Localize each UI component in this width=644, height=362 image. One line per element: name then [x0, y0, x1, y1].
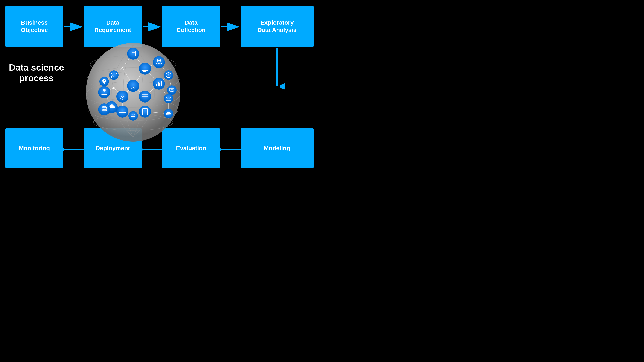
globe-visualization: $: [66, 26, 200, 146]
svg-point-112: [122, 97, 123, 98]
svg-point-94: [139, 90, 151, 103]
arrow-modeling-to-evaluation: [219, 142, 242, 157]
arrow-exploratory-to-modeling: [270, 47, 284, 90]
svg-point-67: [127, 48, 139, 60]
svg-point-120: [109, 70, 118, 80]
svg-text:$: $: [168, 74, 169, 76]
business-objective-label: Business Objective: [21, 19, 48, 33]
svg-point-118: [103, 89, 106, 92]
svg-point-115: [124, 98, 124, 98]
svg-point-113: [121, 96, 122, 97]
svg-rect-109: [131, 116, 135, 117]
svg-point-77: [153, 56, 165, 68]
svg-rect-92: [159, 83, 160, 86]
business-objective-box: Business Objective: [5, 6, 63, 47]
svg-point-105: [116, 106, 128, 118]
svg-point-102: [139, 106, 151, 118]
svg-point-116: [122, 99, 123, 100]
main-label: Data science process: [4, 62, 69, 84]
svg-point-79: [159, 59, 161, 62]
svg-point-117: [98, 86, 110, 98]
svg-rect-93: [161, 81, 162, 86]
svg-point-128: [104, 80, 105, 81]
svg-point-99: [127, 80, 139, 92]
svg-point-73: [139, 63, 151, 75]
svg-point-78: [156, 59, 159, 62]
arrow-collection-to-exploratory: [220, 19, 242, 34]
svg-rect-91: [158, 82, 159, 86]
svg-rect-90: [156, 84, 158, 86]
svg-point-87: [164, 94, 173, 103]
main-label-text: Data science process: [9, 62, 64, 83]
monitoring-box: Monitoring: [5, 128, 63, 168]
exploratory-box: Exploratory Data Analysis: [240, 6, 314, 47]
svg-point-110: [116, 90, 128, 103]
svg-point-114: [123, 96, 124, 97]
modeling-label: Modeling: [264, 145, 290, 152]
exploratory-label: Exploratory Data Analysis: [258, 19, 297, 33]
svg-point-124: [110, 76, 112, 78]
svg-point-111: [120, 98, 121, 99]
monitoring-label: Monitoring: [19, 145, 50, 152]
svg-point-58: [113, 87, 115, 89]
svg-point-50: [122, 67, 123, 68]
modeling-box: Modeling: [240, 128, 314, 168]
svg-point-83: [167, 85, 176, 95]
